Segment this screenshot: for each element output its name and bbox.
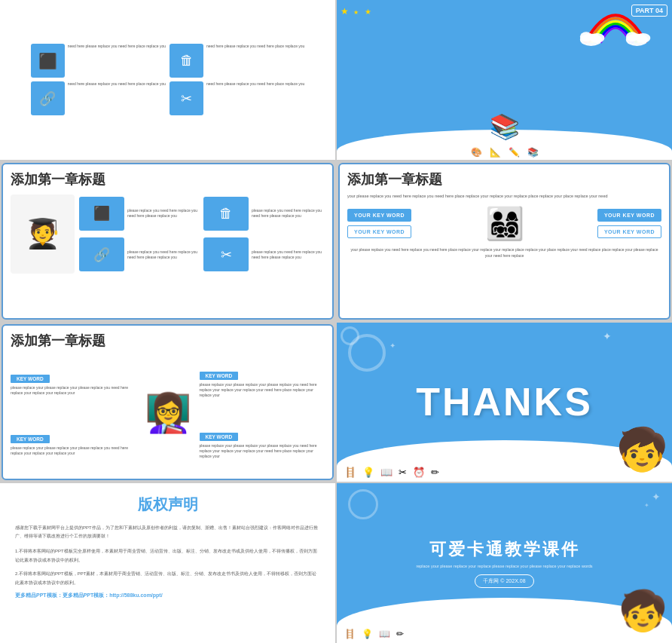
kw-tag-3: KEY WORD [200,372,239,380]
cell-keyword-sections: 添加第一章标题 KEY WORD please replace your ple… [2,324,334,481]
child-reading-illustration: 📚 [490,112,520,141]
kw-desc-3: please replace your please replace your … [200,382,325,398]
deco-circle-left [348,489,378,519]
deco-star-1: ✦ [603,330,612,342]
kw-tag-4: KEY WORD [200,433,239,441]
copyright-rule-1: 1.不得将本客网站的PPT模板完全原样使用，本素材用于商业营销、活动宣传、出版、… [15,547,320,565]
cell-keywords: 添加第一章标题 your please replace you need her… [338,163,670,320]
svg-point-5 [636,33,651,43]
pencil-icon: ✏ [431,467,439,478]
kw-section-1: KEY WORD please replace your please repl… [11,370,136,396]
more-link[interactable]: 更多精品PPT模板：更多精品PPT模板：http://588ku.com/ppt… [15,592,320,599]
main-grid: ⬛ need here please replace you need here… [0,0,672,643]
students-illustration: 👨‍👩‍👧‍👦 [416,205,593,242]
kw-tag-2: KEY WORD [11,435,50,443]
cell-cover: ✦ ✦ 可爱卡通教学课件 replace your please replace… [337,483,672,643]
book-icon: 📖 [380,467,393,478]
icon2-text: need here please replace you need here p… [206,44,304,49]
cell-chapter-icons: 添加第一章标题 🧑‍🎓 ⬛ please replace you need he… [2,163,334,320]
cover-ladder: 🪜 [344,629,356,639]
stars-decoration: ★ ★ ★ [341,4,371,17]
kw-btn-3[interactable]: YOUR KEY WORD [597,209,661,222]
kw-tag-1: KEY WORD [11,375,50,383]
copyright-body: 感谢您下载于素材网平台上提供的PPT作品，为了您和下素材以及原创作者的利益，请勿… [15,524,320,587]
clock-icon: ⏰ [413,467,425,478]
icon-trash: 🗑 [170,44,203,78]
icon1-text: need here please replace you need here p… [68,44,166,49]
kw-section-4: KEY WORD please replace your please repl… [200,428,325,459]
kw-section-3: KEY WORD please replace your please repl… [200,367,325,398]
kw-btn-2[interactable]: YOUR KEY WORD [347,225,411,238]
cartoon-figure: 🧑‍🎓 [11,194,75,274]
grid-icon-3: 🔗 [79,237,124,271]
deco-circle-2 [341,326,359,345]
cell-part04: PART 04 ★ ★ ★ 📚 🎨📐✏️📚 [337,0,672,160]
chapter-title-4: 添加第一章标题 [347,170,661,188]
grid-icon-2: 🗑 [203,197,249,231]
icon3-text: need here please replace you need here p… [68,81,166,87]
kw-left-group: YOUR KEY WORD YOUR KEY WORD [347,209,411,238]
kw-right-group: YOUR KEY WORD YOUR KEY WORD [597,209,661,238]
thanks-text: THANKS [416,379,593,424]
kw-right-col: KEY WORD please replace your please repl… [200,356,325,471]
cover-subtext: replace your please replace your replace… [416,564,592,568]
icon-scissors: ✂ [170,81,203,115]
ladder-icon: 🪜 [344,467,356,478]
grid-text-3: please replace you need here replace you… [127,250,200,260]
kw-btn-1[interactable]: YOUR KEY WORD [347,209,411,222]
cover-character: 🧒 [619,588,667,634]
rainbow-icon [578,0,653,49]
icon-login: ⬛ [31,44,65,78]
scissors-icon: ✂ [399,467,407,478]
icon4-text: need here please replace you need here p… [206,81,304,87]
icon-link: 🔗 [31,81,65,115]
deco-star-r2: ✦ [644,502,649,509]
date-badge: 千库网 © 202X.08 [475,574,533,588]
deco-star-r: ✦ [652,491,661,503]
copyright-title: 版权声明 [15,494,320,515]
kw-desc-4: please replace your please replace your … [200,443,325,459]
svg-point-2 [590,33,605,43]
center-illustration-5: 👩‍🏫 [141,356,195,471]
copyright-rule-2: 2.不得将本客网站的PPT模板，PPT素材，本素材用于商业营销、活动宣传、出版、… [15,569,320,587]
chapter-title-3: 添加第一章标题 [11,170,325,188]
kw-btn-4[interactable]: YOUR KEY WORD [597,225,661,238]
kw-desc-2: please replace your please replace your … [11,446,136,456]
bulb-icon: 💡 [362,467,374,478]
chapter-title-5: 添加第一章标题 [11,332,325,350]
grid-icon-4: ✂ [203,237,249,271]
cover-pen: ✏ [396,629,404,639]
more-link-url: 更多精品PPT模板：http://588ku.com/ppt/ [63,592,163,598]
character-right: 🧒 [616,425,668,474]
kw-section-2: KEY WORD please replace your please repl… [11,430,136,456]
kw-left-col: KEY WORD please replace your please repl… [11,356,136,471]
cover-title: 可爱卡通教学课件 [429,538,580,561]
grid-text-2: please replace you need here replace you… [252,208,325,219]
grid-text-1: please replace you need here replace you… [127,208,200,219]
kw-desc-1: please replace your please replace your … [11,385,136,396]
cover-deco: 🪜 💡 📖 ✏ [344,629,404,639]
cell-copyright: 版权声明 感谢您下载于素材网平台上提供的PPT作品，为了您和下素材以及原创作者的… [0,483,335,643]
cover-bulb: 💡 [362,629,373,639]
more-link-text: 更多精品PPT模板： [15,592,63,598]
deco-star-2: ✦ [389,341,396,350]
desc-text-4: your please replace you need here replac… [347,193,661,199]
cover-book: 📖 [379,629,390,639]
school-deco-items: 🪜 💡 📖 ✂ ⏰ ✏ [344,467,619,478]
school-items: 🎨📐✏️📚 [352,147,657,158]
grid-text-4: please replace you need here replace you… [252,250,325,260]
grid-icon-1: ⬛ [79,197,124,231]
copyright-intro: 感谢您下载于素材网平台上提供的PPT作品，为了您和下素材以及原创作者的利益，请勿… [15,524,320,540]
footer-text-4: your please replace you need here replac… [347,246,661,259]
cell-thanks: ✦ ✦ THANKS 🧒 🪜 💡 📖 ✂ ⏰ ✏ [337,323,672,482]
cell-icons-grid: ⬛ need here please replace you need here… [0,0,335,160]
